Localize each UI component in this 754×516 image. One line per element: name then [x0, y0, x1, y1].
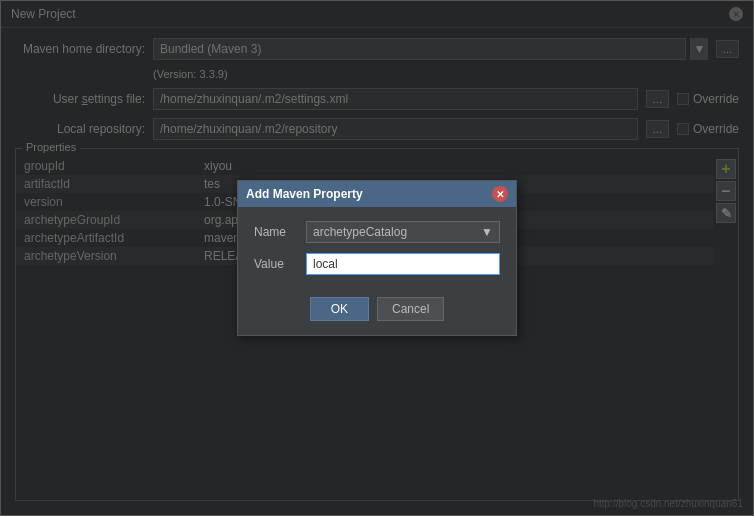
- modal-name-label: Name: [254, 225, 298, 239]
- add-maven-property-dialog: Add Maven Property ✕ Name archetypeCatal…: [237, 180, 517, 336]
- modal-name-dropdown[interactable]: archetypeCatalog ▼: [306, 221, 500, 243]
- modal-close-button[interactable]: ✕: [492, 186, 508, 202]
- modal-title: Add Maven Property: [246, 187, 363, 201]
- modal-value-input[interactable]: [306, 253, 500, 275]
- modal-value-label: Value: [254, 257, 298, 271]
- modal-value-row: Value: [254, 253, 500, 275]
- modal-body: Name archetypeCatalog ▼ Value: [238, 207, 516, 289]
- modal-name-row: Name archetypeCatalog ▼: [254, 221, 500, 243]
- modal-footer: OK Cancel: [238, 289, 516, 335]
- main-window: New Project ✕ Maven home directory: Bund…: [0, 0, 754, 516]
- modal-overlay: Add Maven Property ✕ Name archetypeCatal…: [1, 1, 753, 515]
- modal-dropdown-arrow: ▼: [481, 225, 493, 239]
- modal-cancel-button[interactable]: Cancel: [377, 297, 444, 321]
- modal-ok-button[interactable]: OK: [310, 297, 369, 321]
- modal-title-bar: Add Maven Property ✕: [238, 181, 516, 207]
